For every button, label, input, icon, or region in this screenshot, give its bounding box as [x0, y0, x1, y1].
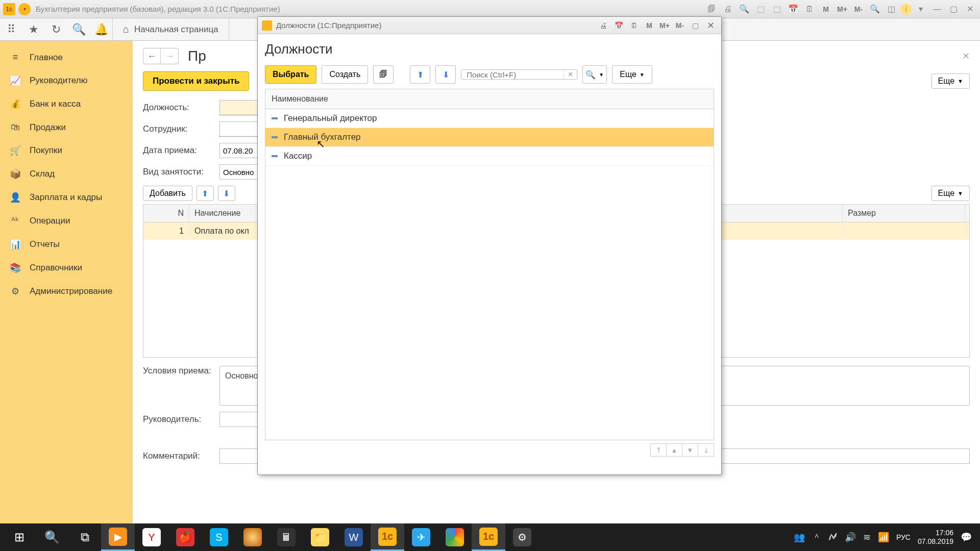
employee-input[interactable] — [219, 121, 260, 137]
start-button[interactable]: ⊞ — [3, 523, 36, 551]
search-icon[interactable]: 🔍 — [67, 18, 90, 41]
calendar-icon[interactable]: 🗓 — [802, 3, 817, 15]
sidebar-item-main[interactable]: ≡Главное — [0, 46, 133, 69]
favorites-icon[interactable]: ★ — [22, 18, 45, 41]
taskbar-app[interactable]: 1c — [371, 523, 404, 551]
memory-mminus[interactable]: M- — [673, 20, 687, 31]
sidebar-item-admin[interactable]: ⚙Администрирование — [0, 280, 133, 303]
calendar-icon[interactable]: 📅 — [786, 3, 800, 15]
taskbar-app[interactable]: 🖩 — [270, 523, 303, 551]
taskbar-app[interactable]: W — [337, 523, 371, 551]
memory-m[interactable]: M — [643, 20, 656, 31]
zoom-icon[interactable]: 🔍 — [868, 3, 882, 15]
tray-volume-icon[interactable]: 🔊 — [845, 532, 856, 543]
list-item[interactable]: Главный бухгалтер — [265, 128, 714, 147]
tray-network-icon[interactable]: ≋ — [863, 532, 871, 543]
move-down-button[interactable]: ⬇ — [218, 186, 235, 201]
tray-people-icon[interactable]: 👥 — [794, 532, 805, 543]
taskview-button[interactable]: ⧉ — [68, 523, 101, 551]
taskbar-app[interactable] — [438, 523, 472, 551]
nav-down-icon[interactable]: ▼ — [682, 443, 698, 457]
sidebar-item-salary[interactable]: 👤Зарплата и кадры — [0, 186, 133, 209]
position-input[interactable] — [219, 100, 260, 115]
tray-battery-icon[interactable]: 🗲 — [828, 532, 838, 543]
tray-language[interactable]: РУС — [896, 533, 911, 541]
panel-icon[interactable]: ◫ — [884, 3, 898, 15]
history-icon[interactable]: ↻ — [45, 18, 67, 41]
move-down-button[interactable]: ⬇ — [435, 65, 456, 84]
sidebar-item-sales[interactable]: 🛍Продажи — [0, 116, 133, 139]
nav-last-icon[interactable]: ⤓ — [698, 443, 714, 457]
close-page-icon[interactable]: ✕ — [962, 51, 970, 62]
dropdown-icon[interactable]: ▾ — [914, 3, 928, 15]
toolbar-icon[interactable]: 🗐 — [704, 3, 719, 15]
toolbar-icon[interactable]: ⬚ — [753, 3, 768, 15]
app-menu-dropdown[interactable]: ▾ — [18, 3, 31, 15]
toolbar-icon[interactable]: 🔍 — [737, 3, 751, 15]
memory-mplus[interactable]: M+ — [658, 20, 671, 31]
date-input[interactable] — [219, 143, 260, 158]
nav-forward[interactable]: → — [161, 48, 178, 64]
tab-home[interactable]: ⌂ Начальная страница — [113, 18, 229, 41]
close-icon[interactable]: ✕ — [963, 3, 977, 15]
taskbar-app[interactable]: ✈ — [404, 523, 438, 551]
list-item[interactable]: Кассир — [265, 147, 714, 166]
taskbar-app[interactable] — [236, 523, 270, 551]
memory-mminus[interactable]: M- — [851, 3, 866, 15]
more-button[interactable]: Еще ▼ — [612, 65, 652, 84]
memory-m[interactable]: M — [819, 3, 833, 15]
sidebar-item-purchases[interactable]: 🛒Покупки — [0, 139, 133, 162]
tray-chevron-up-icon[interactable]: ＾ — [812, 531, 821, 543]
sidebar-item-reports[interactable]: 📊Отчеты — [0, 233, 133, 256]
calendar-icon[interactable]: 📅 — [612, 20, 625, 31]
sidebar-item-bank[interactable]: 💰Банк и касса — [0, 92, 133, 116]
list-column-header[interactable]: Наименование — [265, 89, 714, 109]
sidebar-item-catalogs[interactable]: 📚Справочники — [0, 256, 133, 280]
taskbar-app[interactable]: Y — [135, 523, 168, 551]
list-item[interactable]: Генеральный директор — [265, 109, 714, 128]
search-button[interactable]: 🔍 — [36, 523, 68, 551]
toolbar-icon[interactable]: 🖨 — [721, 3, 735, 15]
nav-back[interactable]: ← — [143, 48, 161, 64]
tray-clock[interactable]: 17:06 07.08.2019 — [918, 529, 953, 546]
add-button[interactable]: Добавить — [143, 186, 192, 201]
toolbar-icon[interactable]: ⬚ — [770, 3, 784, 15]
post-and-close-button[interactable]: Провести и закрыть — [143, 71, 249, 91]
print-icon[interactable]: 🖨 — [597, 20, 610, 31]
maximize-icon[interactable]: ▢ — [689, 20, 702, 31]
nav-up-icon[interactable]: ▲ — [666, 443, 682, 457]
tray-notifications-icon[interactable]: 💬 — [961, 532, 972, 543]
tray-wifi-icon[interactable]: 📶 — [878, 532, 889, 543]
search-button[interactable]: 🔍 ▼ — [582, 65, 607, 84]
apps-grid-icon[interactable]: ⠿ — [0, 18, 22, 41]
sidebar-item-manager[interactable]: 📈Руководителю — [0, 69, 133, 92]
sidebar-item-warehouse[interactable]: 📦Склад — [0, 162, 133, 186]
move-up-button[interactable]: ⬆ — [197, 186, 214, 201]
move-up-button[interactable]: ⬆ — [410, 65, 430, 84]
more-button[interactable]: Еще▼ — [932, 186, 970, 201]
taskbar-app[interactable]: ⚙ — [505, 523, 539, 551]
taskbar-app[interactable]: 📁 — [303, 523, 337, 551]
taskbar-app[interactable]: 1c — [472, 523, 505, 551]
sidebar-item-operations[interactable]: ᴬᵏОперации — [0, 209, 133, 233]
clear-search-icon[interactable]: × — [564, 70, 577, 79]
nav-first-icon[interactable]: ⤒ — [650, 443, 667, 457]
memory-mplus[interactable]: M+ — [835, 3, 849, 15]
app-logo-icon: 1c — [3, 3, 15, 15]
info-icon[interactable]: i — [900, 4, 912, 15]
more-button[interactable]: Еще▼ — [932, 73, 970, 89]
create-button[interactable]: Создать — [322, 65, 368, 84]
copy-button[interactable]: 🗐 — [373, 65, 394, 84]
calendar-icon[interactable]: 🗓 — [627, 20, 641, 31]
manager-input[interactable] — [219, 412, 260, 427]
taskbar-app[interactable]: 🍎 — [168, 523, 202, 551]
search-input[interactable] — [461, 70, 564, 79]
taskbar-app[interactable]: ▶ — [101, 523, 135, 551]
taskbar-app[interactable]: S — [202, 523, 236, 551]
close-dialog-icon[interactable]: ✕ — [704, 20, 717, 31]
emptype-input[interactable] — [219, 164, 260, 180]
select-button[interactable]: Выбрать — [265, 65, 316, 84]
notifications-icon[interactable]: 🔔 — [90, 18, 112, 41]
maximize-icon[interactable]: ▢ — [946, 3, 961, 15]
minimize-icon[interactable]: — — [930, 3, 944, 15]
